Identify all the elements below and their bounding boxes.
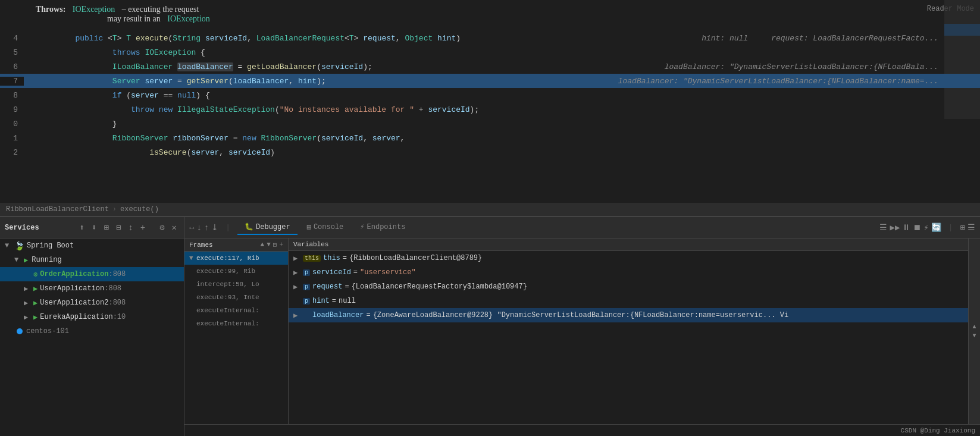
collapse-all-icon[interactable]: ⬆ <box>77 221 87 234</box>
centos-dot-icon <box>17 328 23 334</box>
tab-endpoints-label: Endpoints <box>367 223 406 231</box>
frames-filter-icon[interactable]: ⊟ <box>273 241 277 249</box>
var-value-this: {RibbonLoadBalancerClient@8789} <box>349 254 482 262</box>
var-name-serviceId: serviceId <box>312 268 351 277</box>
group-icon[interactable]: ⊞ <box>101 221 111 234</box>
frame-item-4[interactable]: executeInternal: <box>184 304 288 317</box>
tab-endpoints[interactable]: ⚡ Endpoints <box>353 220 412 235</box>
eureka-app-arrow[interactable]: ▶ <box>24 313 33 322</box>
debugger-area: ↔ ↓ ↑ ⤓ | 🐛 Debugger ▤ Console ⚡ Endpoin… <box>184 217 980 436</box>
stop-icon[interactable]: ⏹ <box>913 223 921 233</box>
run-to-cursor-icon[interactable]: ⤓ <box>211 222 218 233</box>
var-item-request[interactable]: ▶ p request = {LoadBalancerRequestFactor… <box>289 280 968 294</box>
var-value-request: {LoadBalancerRequestFactory$lambda@10947… <box>352 283 527 291</box>
show-frames-icon[interactable]: ☰ <box>879 222 887 233</box>
close-panel-icon[interactable]: ✕ <box>170 221 179 234</box>
user-app-icon: ▶ <box>33 284 37 293</box>
filter-icon[interactable]: ⊟ <box>114 221 123 234</box>
services-tree: ▼ 🍃 Spring Boot ▼ ▶ Running ⚙ OrderAppli… <box>0 239 184 436</box>
user-app-arrow[interactable]: ▶ <box>24 284 33 293</box>
services-title: Services <box>5 224 39 232</box>
spring-boot-item[interactable]: ▼ 🍃 Spring Boot <box>0 239 184 253</box>
settings-icon2[interactable]: ⚙ <box>157 221 167 234</box>
frames-up-icon[interactable]: ▲ <box>261 241 265 249</box>
frame-item-3[interactable]: execute:93, Inte <box>184 291 288 304</box>
throws-link1[interactable]: IOException <box>73 5 115 14</box>
code-editor: Throws: IOException – executing the requ… <box>0 0 980 217</box>
footer-text: CSDN @Ding Jiaxiong <box>901 427 975 434</box>
var-name-loadBalancer: loadBalancer <box>312 311 364 319</box>
tab-console[interactable]: ▤ Console <box>300 220 351 235</box>
var-item-hint[interactable]: p hint = null <box>289 294 968 308</box>
var-arrow-loadBalancer: ▶ <box>293 311 303 320</box>
var-arrow-this: ▶ <box>293 254 303 263</box>
scroll-up-icon[interactable]: ▲ <box>972 324 976 330</box>
resume-icon[interactable]: ▶▶ <box>890 222 900 233</box>
var-badge-this: this <box>303 255 321 262</box>
tab-debugger[interactable]: 🐛 Debugger <box>237 220 298 235</box>
user-app2-label: UserApplication2 <box>40 299 108 307</box>
user-app2-item[interactable]: ▶ ▶ UserApplication2 :808 <box>0 296 184 310</box>
frame-item-1[interactable]: execute:99, Rib <box>184 265 288 278</box>
frames-down-icon[interactable]: ▼ <box>267 241 271 249</box>
user-app-item[interactable]: ▶ ▶ UserApplication :808 <box>0 281 184 296</box>
frame-item-0[interactable]: ▼ execute:117, Rib <box>184 252 288 265</box>
code-line-2: 2 isSecure(server, serviceId) <box>0 145 980 159</box>
add-icon[interactable]: + <box>138 222 148 234</box>
breadcrumb-item-1[interactable]: RibbonLoadBalancerClient <box>6 205 109 214</box>
pause-icon[interactable]: ⏸ <box>902 223 910 233</box>
compact-view-icon[interactable]: ☰ <box>968 222 975 233</box>
var-item-loadBalancer[interactable]: ▶ loadBalancer = {ZoneAwareLoadBalancer@… <box>289 308 968 322</box>
debug-content: Frames ▲ ▼ ⊟ + ▼ execute:117, Rib <box>184 239 980 424</box>
step-over-icon[interactable]: ↔ <box>189 223 194 233</box>
services-panel: Services ⬆ ⬇ ⊞ ⊟ ↕ + ⚙ ✕ ▼ 🍃 Spring Boot <box>0 217 184 436</box>
frame-label-4: executeInternal: <box>196 307 259 314</box>
eureka-app-item[interactable]: ▶ ▶ EurekaApplication :10 <box>0 310 184 324</box>
frame-label-2: intercept:58, Lo <box>196 281 259 288</box>
services-header: Services ⬆ ⬇ ⊞ ⊟ ↕ + ⚙ ✕ <box>0 217 184 239</box>
centos-item[interactable]: centos-101 <box>0 324 184 338</box>
breadcrumb-item-2[interactable]: execute() <box>120 205 159 214</box>
frame-label-5: executeInternal: <box>196 320 259 327</box>
code-content: 4 public <T> T execute(String serviceId,… <box>0 29 980 162</box>
running-item[interactable]: ▼ ▶ Running <box>0 253 184 267</box>
tab-console-icon: ▤ <box>307 222 311 231</box>
var-item-serviceId[interactable]: ▶ p serviceId = "userservice" <box>289 265 968 280</box>
running-collapse-arrow[interactable]: ▼ <box>14 256 24 264</box>
user-app2-arrow[interactable]: ▶ <box>24 299 33 308</box>
var-badge-hint: p <box>303 298 310 305</box>
order-app-item[interactable]: ⚙ OrderApplication :808 <box>0 267 184 281</box>
throws-label: Throws: <box>36 5 65 14</box>
breadcrumb: RibbonLoadBalancerClient › execute() <box>0 203 980 217</box>
var-item-this[interactable]: ▶ this this = {RibbonLoadBalancerClient@… <box>289 251 968 265</box>
eureka-app-label: EurekaApplication <box>40 313 112 321</box>
frames-list: ▼ execute:117, Rib execute:99, Rib inter… <box>184 252 288 424</box>
throws-desc: – executing the request <box>122 5 199 14</box>
eureka-app-port: :10 <box>113 313 126 321</box>
frame-dropdown-0: ▼ <box>189 255 196 262</box>
spring-boot-collapse-arrow[interactable]: ▼ <box>5 241 14 250</box>
var-name-hint: hint <box>312 297 330 305</box>
user-app2-icon: ▶ <box>33 299 37 308</box>
variables-label: Variables <box>293 241 328 248</box>
var-value-hint: null <box>339 297 356 305</box>
tab-debugger-icon: 🐛 <box>245 222 253 231</box>
eureka-app-icon: ▶ <box>33 313 37 322</box>
expand-all-icon[interactable]: ⬇ <box>89 221 99 234</box>
scroll-down-icon[interactable]: ▼ <box>972 333 976 339</box>
var-value-serviceId: "userservice" <box>360 268 416 277</box>
evaluate-icon[interactable]: ⚡ <box>923 222 928 233</box>
order-app-port: :808 <box>108 270 126 278</box>
frame-item-5[interactable]: executeInternal: <box>184 317 288 330</box>
var-name-this: this <box>323 254 340 262</box>
side-scroll-panel: ▲ ▼ <box>968 239 980 424</box>
var-name-request: request <box>312 283 342 291</box>
step-into-icon[interactable]: ↓ <box>196 223 201 233</box>
frames-add-icon[interactable]: + <box>279 241 283 249</box>
throws-link2[interactable]: IOException <box>167 14 210 23</box>
hotswap-icon[interactable]: 🔄 <box>931 222 941 233</box>
step-out-icon[interactable]: ↑ <box>204 223 209 233</box>
sort-icon[interactable]: ↕ <box>126 222 135 234</box>
frame-item-2[interactable]: intercept:58, Lo <box>184 278 288 291</box>
table-view-icon[interactable]: ⊞ <box>960 222 965 233</box>
